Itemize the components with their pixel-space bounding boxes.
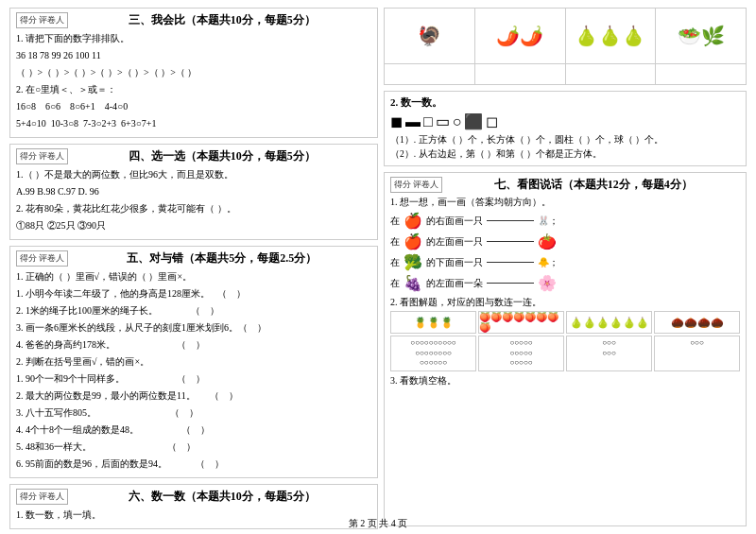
draw-prefix-1: 在 — [390, 215, 400, 228]
section-7-title: 七、看图说话（本题共12分，每题4分） — [446, 177, 740, 193]
shape-tri: ◻ — [486, 112, 498, 130]
shape-cyl: ⬛ — [464, 112, 483, 130]
draw-prefix-3: 在 — [390, 256, 400, 269]
draw-text-1: 的右面画一只 — [426, 215, 483, 228]
count-q2-text: （2）. 从右边起，第（ ）和第（ ）个都是正方体。 — [390, 147, 740, 162]
s3-q2-item0: 16○8 6○6 8○6+1 4-4○0 — [16, 99, 371, 114]
s5-q1-i3: 3. 画一条6厘米长的线段，从尺子的刻度1厘米划到6。（ ） — [16, 320, 371, 336]
draw-text-2: 的左面画一只 — [426, 235, 483, 249]
s6-q1-label: 1. 数一数，填一填。 — [16, 508, 371, 523]
left-column: 得分 评卷人 三、我会比（本题共10分，每题5分） 1. 请把下面的数字排排队。… — [9, 8, 378, 526]
s5-q1-i1: 1. 小明今年读二年级了，他的身高是128厘米。 （ ） — [16, 286, 371, 301]
page: 得分 评卷人 三、我会比（本题共10分，每题5分） 1. 请把下面的数字排排队。… — [0, 0, 756, 534]
drawing-items: 在 🍎 的右面画一只 🐰； 在 🍎 的左面画一只 🍅 在 🥦 的下面画一只 — [390, 212, 740, 292]
s3-q2-item1: 5+4○10 10-3○8 7-3○2+3 6+3○7+1 — [16, 116, 371, 131]
section-6-content: 1. 数一数，填一填。 — [16, 508, 371, 523]
match-cell-1-2: 🍑🍑🍑🍑🍑🍑🍑🍑 — [478, 311, 564, 334]
section-7-header: 得分 评卷人 七、看图说话（本题共12分，每题4分） — [390, 177, 740, 193]
s5-q2-i6: 6. 95前面的数是96，后面的数是94。 （ ） — [16, 456, 371, 472]
shape-circle: ○ — [453, 113, 462, 130]
match-cell-2-2: ○○○○○○○○○○○○○○○ — [478, 336, 564, 370]
section-5-content: 1. 正确的（ ）里画√，错误的（ ）里画×。 1. 小明今年读二年级了，他的身… — [16, 269, 371, 472]
match-cell-2-4: ○○○ — [654, 336, 740, 370]
draw-line-2 — [487, 241, 534, 242]
top-image-grid: 🦃 🌶️🌶️ 🍐🍐🍐 🥗🌿 — [384, 8, 747, 85]
page-number: 第 2 页 共 4 页 — [349, 517, 408, 530]
count-q1: （1）. 正方体（ ）个，长方体（ ）个，圆柱（ ）个，球（ ）个。 （2）. … — [390, 133, 740, 162]
count-section: 2. 数一数。 ◼ ▬ □ ▭ ○ ⬛ ◻ （1）. 正方体（ ）个，长方体（ … — [384, 91, 747, 166]
section-5: 得分 评卷人 五、对与错（本题共5分，每题2.5分） 1. 正确的（ ）里画√，… — [9, 246, 378, 478]
section-3-title: 三、我会比（本题共10分，每题5分） — [72, 12, 371, 28]
draw-row-2: 在 🍎 的左面画一只 🍅 — [390, 233, 740, 250]
s3-q1-blanks: （ ）>（ ）>（ ）>（ ）>（ ）>（ ）>（ ） — [16, 65, 371, 80]
s5-q2-i4: 4. 4个十8个一组成的数是48。 （ ） — [16, 422, 371, 438]
draw-row-3: 在 🥦 的下面画一只 🐥； — [390, 253, 740, 271]
s5-q2-label: 2. 判断在括号里画√，错的画×。 — [16, 354, 371, 370]
s3-q1-numbers: 36 18 78 99 26 100 11 — [16, 48, 371, 63]
img-cell-2: 🌶️🌶️ — [475, 9, 566, 63]
draw-icon-4: 🍇 — [404, 274, 422, 292]
draw-end-4: 🌸 — [538, 274, 557, 292]
section-5-title: 五、对与错（本题共5分，每题2.5分） — [72, 250, 371, 267]
blank-cell-4 — [656, 64, 746, 84]
match-row-1: 🍍🍍🍍 🍑🍑🍑🍑🍑🍑🍑🍑 🍐🍐🍐🍐🍐🍐 🌰🌰🌰🌰 — [390, 311, 740, 334]
s5-q1-i4: 4. 爸爸的身高约178米。 （ ） — [16, 337, 371, 353]
img-cell-4: 🥗🌿 — [656, 9, 746, 63]
s7-q1-label: 1. 想一想，画一画（答案均朝方向）。 — [390, 196, 740, 209]
s5-q2-i1: 1. 90个一和9个十同样多。 （ ） — [16, 371, 371, 387]
s4-q1-text: 1.（ ）不是最大的两位数，但比96大，而且是双数。 — [16, 167, 371, 182]
s7-q3-label: 3. 看数填空格。 — [390, 374, 740, 388]
draw-icon-3: 🥦 — [404, 253, 422, 271]
draw-text-3: 的下面画一只 — [426, 256, 483, 269]
draw-line-4 — [487, 283, 534, 284]
draw-row-1: 在 🍎 的右面画一只 🐰； — [390, 212, 740, 230]
section-4-content: 1.（ ）不是最大的两位数，但比96大，而且是双数。 A.99 B.98 C.9… — [16, 167, 371, 233]
section-3-content: 1. 请把下面的数字排排队。 36 18 78 99 26 100 11 （ ）… — [16, 31, 371, 131]
s5-q2-i2: 2. 最大的两位数是99，最小的两位数是11。 （ ） — [16, 388, 371, 404]
shape-rect: ▬ — [405, 113, 421, 130]
section-6: 得分 评卷人 六、数一数（本题共10分，每题5分） 1. 数一数，填一填。 — [9, 484, 378, 529]
section-3: 得分 评卷人 三、我会比（本题共10分，每题5分） 1. 请把下面的数字排排队。… — [9, 8, 378, 138]
count-q1-text: （1）. 正方体（ ）个，长方体（ ）个，圆柱（ ）个，球（ ）个。 — [390, 133, 740, 147]
s3-q2-label: 2. 在○里填＜、＞或＝： — [16, 82, 371, 97]
shape-cube: ◼ — [390, 112, 403, 130]
img-cell-1: 🦃 — [385, 9, 475, 63]
img-cell-3: 🍐🍐🍐 — [566, 9, 657, 63]
draw-end-1: 🐰； — [538, 215, 558, 228]
s5-q2-i3: 3. 八十五写作805。 （ ） — [16, 405, 371, 421]
s4-q1-options: A.99 B.98 C.97 D. 96 — [16, 184, 371, 199]
draw-line-1 — [487, 220, 534, 221]
s5-q1-label: 1. 正确的（ ）里画√，错误的（ ）里画×。 — [16, 269, 371, 284]
section-4-score: 得分 评卷人 — [16, 148, 68, 164]
section-7: 得分 评卷人 七、看图说话（本题共12分，每题4分） 1. 想一想，画一画（答案… — [384, 172, 747, 526]
draw-text-4: 的左面画一朵 — [426, 277, 483, 290]
section-4-header: 得分 评卷人 四、选一选（本题共10分，每题5分） — [16, 148, 371, 164]
draw-icon-2: 🍎 — [404, 233, 422, 250]
s5-q2-i5: 5. 48和36一样大。 （ ） — [16, 439, 371, 455]
section-7-score: 得分 评卷人 — [390, 177, 442, 193]
shape-sq: ▭ — [436, 112, 450, 130]
section-5-score: 得分 评卷人 — [16, 250, 68, 267]
shapes-row: ◼ ▬ □ ▭ ○ ⬛ ◻ — [390, 112, 740, 130]
section-5-header: 得分 评卷人 五、对与错（本题共5分，每题2.5分） — [16, 250, 371, 267]
section-4-title: 四、选一选（本题共10分，每题5分） — [72, 148, 371, 164]
draw-row-4: 在 🍇 的左面画一朵 🌸 — [390, 274, 740, 292]
section-4: 得分 评卷人 四、选一选（本题共10分，每题5分） 1.（ ）不是最大的两位数，… — [9, 144, 378, 240]
s5-q1-i2: 2. 1米的绳子比100厘米的绳子长。 （ ） — [16, 303, 371, 319]
s4-q2-options: ①88只 ②25只 ③90只 — [16, 218, 371, 233]
section-6-score: 得分 评卷人 — [16, 489, 68, 505]
match-cell-2-3: ○○○○○○ — [566, 336, 652, 370]
draw-end-2: 🍅 — [538, 233, 557, 250]
s7-q2-label: 2. 看图解题，对应的图与数连一连。 — [390, 296, 740, 309]
section-3-score: 得分 评卷人 — [16, 12, 68, 28]
draw-prefix-2: 在 — [390, 235, 400, 249]
s3-q1-label: 1. 请把下面的数字排排队。 — [16, 31, 371, 46]
draw-end-3: 🐥； — [538, 256, 558, 269]
section-3-header: 得分 评卷人 三、我会比（本题共10分，每题5分） — [16, 12, 371, 28]
match-cell-1-1: 🍍🍍🍍 — [390, 311, 476, 334]
match-cell-1-3: 🍐🍐🍐🍐🍐🍐 — [566, 311, 652, 334]
right-column: 🦃 🌶️🌶️ 🍐🍐🍐 🥗🌿 2. 数一数。 ◼ ▬ □ ▭ ○ ⬛ — [384, 8, 747, 526]
match-cell-2-1: ○○○○○○○○○○○○○○○○○○○○○○○○ — [390, 336, 476, 370]
match-section: 2. 看图解题，对应的图与数连一连。 🍍🍍🍍 🍑🍑🍑🍑🍑🍑🍑🍑 🍐🍐🍐🍐🍐🍐 🌰… — [390, 296, 740, 370]
count-title: 2. 数一数。 — [390, 95, 740, 110]
